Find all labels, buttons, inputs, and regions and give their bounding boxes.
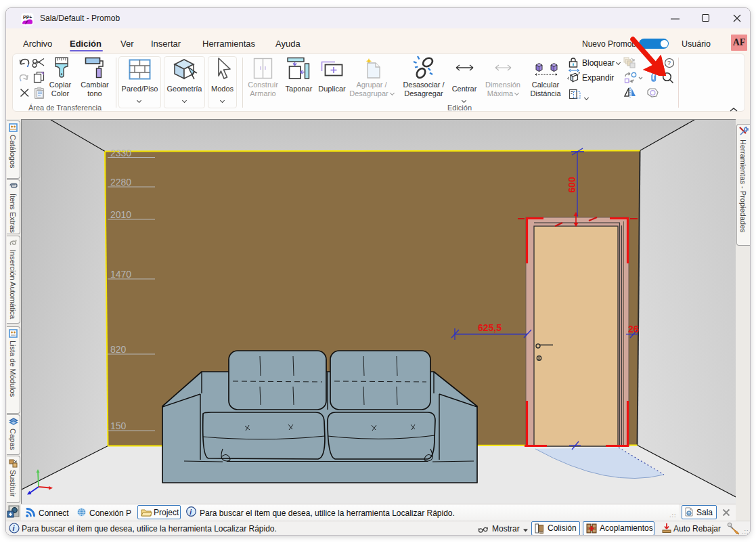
svg-text:625,5: 625,5 — [478, 322, 502, 333]
svg-text:150: 150 — [110, 420, 127, 431]
svg-text:2280: 2280 — [110, 177, 131, 188]
svg-text:820: 820 — [110, 344, 127, 355]
svg-text:2010: 2010 — [110, 209, 131, 220]
svg-text:2330: 2330 — [110, 148, 131, 158]
svg-text:PP+: PP+ — [23, 15, 32, 20]
svg-text:600: 600 — [566, 177, 577, 193]
svg-text:26: 26 — [628, 324, 639, 334]
svg-text:1470: 1470 — [110, 269, 131, 280]
